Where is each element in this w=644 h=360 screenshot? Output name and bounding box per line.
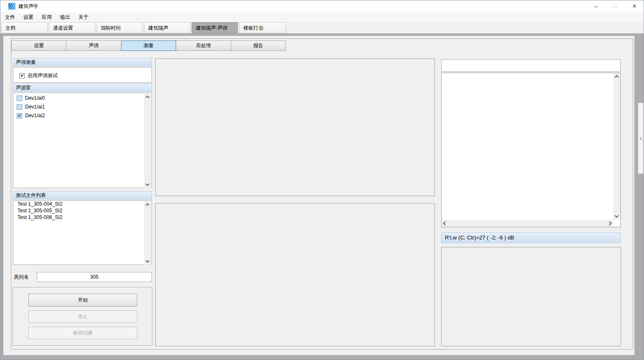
menu-item-output[interactable]: 输出 [56, 13, 74, 22]
scroll-down-icon[interactable] [146, 182, 150, 186]
tab-channel-setup[interactable]: 通道设置 [49, 22, 95, 33]
maximize-button[interactable]: □ [606, 0, 625, 13]
tab-building-insulation-intensity[interactable]: 建筑隔声-声强 [192, 22, 238, 33]
subtab-setup[interactable]: 设置 [11, 40, 66, 51]
room-name-input[interactable] [37, 272, 152, 282]
scroll-up-icon[interactable] [615, 75, 619, 79]
subtab-intensity[interactable]: 声强 [66, 40, 121, 51]
scroll-left-icon[interactable] [443, 222, 447, 226]
channel-item-dev1-ai1[interactable]: Dev1/ai1 [13, 103, 152, 111]
control-button-group: 开始 停止 保存结果 [13, 287, 152, 346]
weighted-result-header: R'I,w (C; Ctr)=27 ( -2; -6 ) dB [441, 232, 621, 243]
save-result-button[interactable]: 保存结果 [28, 327, 137, 339]
test-file-item[interactable]: Test 1_305-004_SI2 [13, 201, 152, 207]
tab-building-insulation[interactable]: 建筑隔声 [144, 22, 190, 33]
scroll-down-icon[interactable] [615, 214, 619, 218]
test-file-list-header: 测试文件列表 [13, 191, 152, 199]
table-horizontal-scrollbar[interactable] [442, 220, 613, 227]
subtab-postprocess[interactable]: 后处理 [176, 40, 231, 51]
checkbox-icon[interactable] [19, 73, 25, 78]
result-view-radio-group [441, 59, 621, 72]
test-file-item[interactable]: Test 1_305-006_SI2 [13, 214, 152, 221]
menu-item-application[interactable]: 应用 [38, 13, 56, 22]
scroll-up-icon[interactable] [146, 96, 150, 100]
menu-item-file[interactable]: 文件 [1, 13, 19, 22]
channel-label: Dev1/ai0 [25, 95, 45, 101]
surface-intensity-chart [155, 58, 435, 196]
enable-intensity-label: 启用声强测试 [28, 72, 58, 79]
menu-bar: 文件设置应用输出关于 [0, 13, 644, 22]
intensity-measure-header: 声强测量 [13, 58, 152, 66]
scroll-up-icon[interactable] [146, 203, 150, 207]
check-icon [18, 113, 21, 117]
test-file-list: Test 1_305-004_SI2Test 1_305-005_SI2Test… [13, 200, 152, 265]
channel-label: Dev1/ai2 [25, 113, 45, 118]
checkbox-icon[interactable] [17, 104, 22, 110]
checkbox-icon[interactable] [17, 96, 22, 101]
enable-intensity-box: 启用声强测试 [13, 67, 152, 83]
test-file-item[interactable]: Test 1_305-005_SI2 [13, 207, 152, 214]
source-room-header: 声源室 [13, 83, 152, 92]
tab-floor-impact[interactable]: 楼板打击 [239, 22, 285, 33]
table-vertical-scrollbar[interactable] [613, 73, 620, 220]
ri-result-chart [441, 247, 621, 346]
subtab-bar: 设置声强测量后处理报告 [11, 40, 286, 51]
minimize-button[interactable]: – [586, 0, 606, 13]
app-title: 建筑声学 [18, 0, 38, 13]
start-button[interactable]: 开始 [28, 294, 137, 307]
channel-item-dev1-ai2[interactable]: Dev1/ai2 [13, 112, 152, 119]
app-logo-icon [8, 3, 15, 10]
subtab-report[interactable]: 报告 [231, 40, 286, 51]
tab-reverberation-time[interactable]: 混响时间 [96, 22, 143, 33]
tab-bar: 文档通道设置混响时间建筑隔声建筑隔声-声强楼板打击 [0, 22, 644, 33]
source-room-spl-chart [155, 203, 435, 346]
channel-list-scrollbar[interactable] [144, 93, 151, 188]
menu-item-about[interactable]: 关于 [74, 13, 93, 22]
enable-intensity-checkbox[interactable]: 启用声强测试 [19, 72, 58, 79]
scroll-right-icon[interactable] [608, 222, 612, 226]
file-list-scrollbar[interactable] [144, 201, 151, 265]
tab-document[interactable]: 文档 [1, 22, 48, 33]
channel-label: Dev1/ai1 [25, 104, 45, 110]
title-bar: 建筑声学 – □ × [0, 0, 644, 13]
channel-item-dev1-ai0[interactable]: Dev1/ai0 [13, 94, 152, 102]
source-room-channel-list: Dev1/ai0Dev1/ai1Dev1/ai2 [13, 93, 152, 188]
menu-item-settings[interactable]: 设置 [19, 13, 38, 22]
scroll-down-icon[interactable] [146, 259, 150, 263]
result-table [441, 73, 621, 227]
subtab-measure[interactable]: 测量 [121, 40, 176, 51]
stop-button[interactable]: 停止 [28, 310, 137, 323]
room-name-label: 房间名 [14, 272, 29, 282]
close-button[interactable]: × [625, 0, 644, 13]
collapse-panel-button[interactable]: ‹ [638, 103, 644, 174]
checkbox-icon[interactable] [17, 113, 22, 118]
